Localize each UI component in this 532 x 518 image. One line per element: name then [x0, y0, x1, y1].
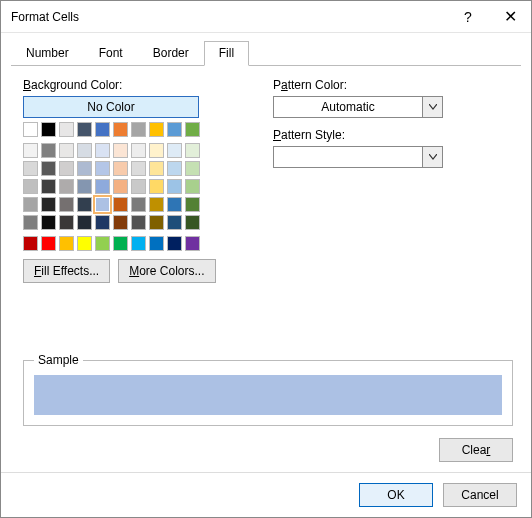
color-swatch[interactable]: [95, 161, 110, 176]
pattern-color-label: Pattern Color:: [273, 78, 513, 92]
color-swatch[interactable]: [131, 122, 146, 137]
color-swatch[interactable]: [131, 215, 146, 230]
color-swatch[interactable]: [41, 143, 56, 158]
color-swatch[interactable]: [149, 143, 164, 158]
color-swatch[interactable]: [185, 143, 200, 158]
tab-strip: Number Font Border Fill: [1, 33, 531, 66]
color-swatch[interactable]: [95, 197, 110, 212]
color-swatch[interactable]: [59, 161, 74, 176]
color-swatch[interactable]: [41, 236, 56, 251]
color-swatch[interactable]: [149, 197, 164, 212]
color-swatch[interactable]: [131, 236, 146, 251]
color-swatch[interactable]: [131, 143, 146, 158]
color-swatch[interactable]: [23, 122, 38, 137]
close-button[interactable]: ✕: [489, 2, 531, 32]
pattern-color-combo[interactable]: Automatic: [273, 96, 443, 118]
color-swatch[interactable]: [185, 197, 200, 212]
color-swatch[interactable]: [185, 179, 200, 194]
tab-font[interactable]: Font: [84, 41, 138, 66]
pattern-style-label: Pattern Style:: [273, 128, 513, 142]
chevron-down-icon[interactable]: [422, 147, 442, 167]
cancel-button[interactable]: Cancel: [443, 483, 517, 507]
color-swatch[interactable]: [41, 215, 56, 230]
color-swatch[interactable]: [185, 215, 200, 230]
color-swatch[interactable]: [167, 197, 182, 212]
palette-shades: [23, 143, 253, 230]
color-swatch[interactable]: [77, 122, 92, 137]
more-colors-button[interactable]: More Colors...: [118, 259, 215, 283]
tab-border[interactable]: Border: [138, 41, 204, 66]
color-swatch[interactable]: [149, 215, 164, 230]
pattern-style-combo[interactable]: [273, 146, 443, 168]
fill-effects-button[interactable]: Fill Effects...: [23, 259, 110, 283]
color-swatch[interactable]: [41, 122, 56, 137]
color-swatch[interactable]: [59, 122, 74, 137]
color-swatch[interactable]: [167, 179, 182, 194]
color-swatch[interactable]: [23, 197, 38, 212]
color-swatch[interactable]: [185, 236, 200, 251]
color-swatch[interactable]: [77, 197, 92, 212]
color-swatch[interactable]: [77, 179, 92, 194]
format-cells-dialog: Format Cells ? ✕ Number Font Border Fill…: [0, 0, 532, 518]
color-swatch[interactable]: [131, 179, 146, 194]
tab-content-fill: Background Color: No Color Fill Effects.…: [1, 66, 531, 472]
color-swatch[interactable]: [167, 143, 182, 158]
background-color-label: Background Color:: [23, 78, 253, 92]
dialog-footer: OK Cancel: [1, 472, 531, 517]
color-swatch[interactable]: [113, 161, 128, 176]
color-swatch[interactable]: [77, 236, 92, 251]
color-swatch[interactable]: [95, 236, 110, 251]
color-swatch[interactable]: [41, 197, 56, 212]
color-swatch[interactable]: [95, 122, 110, 137]
color-swatch[interactable]: [167, 215, 182, 230]
color-swatch[interactable]: [185, 122, 200, 137]
color-swatch[interactable]: [113, 122, 128, 137]
help-button[interactable]: ?: [447, 2, 489, 32]
color-swatch[interactable]: [113, 215, 128, 230]
color-swatch[interactable]: [59, 179, 74, 194]
color-swatch[interactable]: [131, 197, 146, 212]
color-swatch[interactable]: [167, 161, 182, 176]
color-swatch[interactable]: [185, 161, 200, 176]
color-swatch[interactable]: [113, 143, 128, 158]
color-swatch[interactable]: [95, 143, 110, 158]
color-swatch[interactable]: [113, 179, 128, 194]
color-swatch[interactable]: [77, 215, 92, 230]
color-swatch[interactable]: [131, 161, 146, 176]
color-swatch[interactable]: [149, 161, 164, 176]
chevron-down-icon[interactable]: [422, 97, 442, 117]
color-swatch[interactable]: [95, 179, 110, 194]
color-swatch[interactable]: [113, 197, 128, 212]
color-swatch[interactable]: [41, 161, 56, 176]
color-swatch[interactable]: [77, 161, 92, 176]
dialog-title: Format Cells: [11, 10, 447, 24]
color-swatch[interactable]: [59, 143, 74, 158]
clear-button[interactable]: Clear: [439, 438, 513, 462]
color-swatch[interactable]: [167, 236, 182, 251]
tab-number[interactable]: Number: [11, 41, 84, 66]
color-swatch[interactable]: [95, 215, 110, 230]
palette-standard: [23, 236, 253, 251]
color-swatch[interactable]: [59, 236, 74, 251]
color-swatch[interactable]: [23, 236, 38, 251]
color-swatch[interactable]: [113, 236, 128, 251]
color-swatch[interactable]: [23, 143, 38, 158]
color-swatch[interactable]: [59, 197, 74, 212]
ok-button[interactable]: OK: [359, 483, 433, 507]
color-swatch[interactable]: [149, 122, 164, 137]
tab-fill[interactable]: Fill: [204, 41, 249, 66]
color-swatch[interactable]: [149, 236, 164, 251]
color-swatch[interactable]: [149, 179, 164, 194]
color-swatch[interactable]: [23, 161, 38, 176]
color-swatch[interactable]: [23, 179, 38, 194]
color-swatch[interactable]: [59, 215, 74, 230]
sample-preview: [34, 375, 502, 415]
color-swatch[interactable]: [41, 179, 56, 194]
sample-group: Sample: [23, 353, 513, 426]
color-swatch[interactable]: [23, 215, 38, 230]
titlebar: Format Cells ? ✕: [1, 1, 531, 33]
color-swatch[interactable]: [167, 122, 182, 137]
pattern-color-value: Automatic: [274, 100, 422, 114]
color-swatch[interactable]: [77, 143, 92, 158]
no-color-button[interactable]: No Color: [23, 96, 199, 118]
